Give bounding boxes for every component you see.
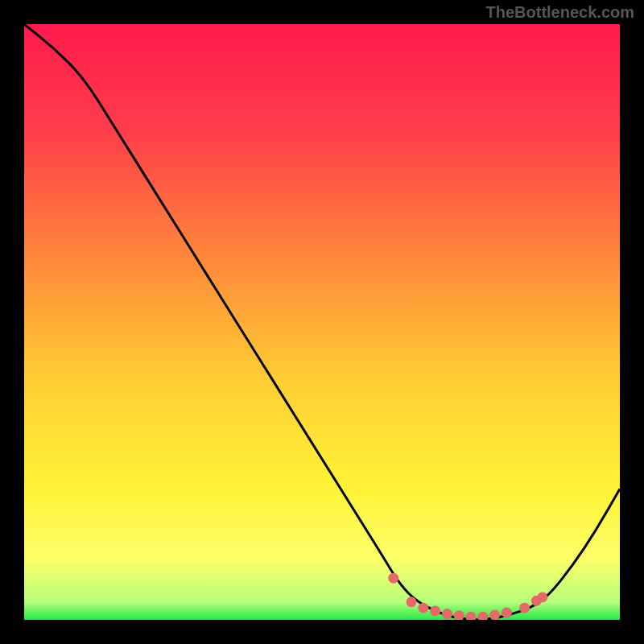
marker-point bbox=[388, 573, 398, 584]
chart-svg bbox=[24, 24, 620, 620]
plot-area bbox=[24, 24, 620, 620]
marker-point bbox=[519, 603, 530, 613]
marker-point bbox=[502, 608, 512, 618]
marker-point bbox=[430, 605, 440, 616]
chart-container: TheBottleneck.com bbox=[0, 0, 644, 644]
watermark-text: TheBottleneck.com bbox=[486, 3, 634, 22]
marker-point bbox=[489, 610, 500, 620]
gradient-background bbox=[24, 24, 620, 620]
marker-point bbox=[407, 597, 417, 607]
marker-point bbox=[418, 603, 428, 613]
marker-point bbox=[537, 592, 547, 602]
marker-point bbox=[442, 609, 452, 619]
